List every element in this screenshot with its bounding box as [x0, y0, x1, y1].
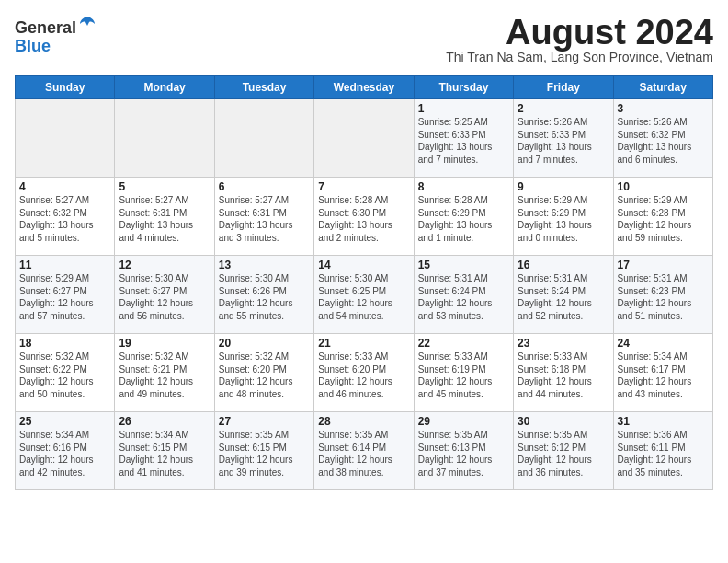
day-info: Sunrise: 5:27 AM Sunset: 6:31 PM Dayligh…	[119, 194, 210, 244]
day-info: Sunrise: 5:31 AM Sunset: 6:24 PM Dayligh…	[418, 272, 509, 322]
day-info: Sunrise: 5:34 AM Sunset: 6:17 PM Dayligh…	[618, 350, 709, 400]
day-info: Sunrise: 5:32 AM Sunset: 6:22 PM Dayligh…	[19, 350, 110, 400]
day-number: 22	[418, 337, 509, 350]
day-number: 5	[119, 180, 210, 193]
day-number: 31	[618, 415, 709, 428]
month-title: August 2024	[446, 15, 713, 50]
day-number: 13	[219, 259, 310, 271]
day-info: Sunrise: 5:26 AM Sunset: 6:32 PM Dayligh…	[618, 116, 709, 166]
calendar-cell: 30Sunrise: 5:35 AM Sunset: 6:12 PM Dayli…	[514, 412, 613, 490]
day-number: 19	[119, 337, 210, 350]
weekday-header-wednesday: Wednesday	[314, 76, 414, 99]
day-info: Sunrise: 5:26 AM Sunset: 6:33 PM Dayligh…	[518, 116, 609, 166]
calendar-cell: 28Sunrise: 5:35 AM Sunset: 6:14 PM Dayli…	[314, 412, 414, 490]
calendar-cell: 16Sunrise: 5:31 AM Sunset: 6:24 PM Dayli…	[514, 256, 613, 334]
weekday-header-monday: Monday	[115, 76, 214, 99]
day-number: 15	[418, 259, 509, 271]
calendar-cell: 29Sunrise: 5:35 AM Sunset: 6:13 PM Dayli…	[414, 412, 513, 490]
calendar-cell: 2Sunrise: 5:26 AM Sunset: 6:33 PM Daylig…	[514, 99, 613, 178]
day-number: 23	[518, 337, 609, 350]
calendar-cell: 27Sunrise: 5:35 AM Sunset: 6:15 PM Dayli…	[214, 412, 313, 490]
day-info: Sunrise: 5:25 AM Sunset: 6:33 PM Dayligh…	[418, 116, 509, 166]
location-subtitle: Thi Tran Na Sam, Lang Son Province, Viet…	[446, 50, 713, 64]
day-info: Sunrise: 5:31 AM Sunset: 6:23 PM Dayligh…	[618, 272, 709, 322]
day-number: 24	[618, 337, 709, 350]
day-number: 7	[318, 180, 409, 193]
day-number: 2	[518, 102, 609, 115]
page-header: General Blue August 2024 Thi Tran Na Sam…	[15, 15, 713, 72]
day-number: 30	[518, 415, 609, 428]
calendar-cell: 12Sunrise: 5:30 AM Sunset: 6:27 PM Dayli…	[115, 256, 214, 334]
day-info: Sunrise: 5:35 AM Sunset: 6:12 PM Dayligh…	[518, 429, 609, 478]
logo: General Blue	[15, 15, 97, 56]
day-number: 6	[219, 180, 310, 193]
day-number: 12	[119, 259, 210, 271]
day-info: Sunrise: 5:30 AM Sunset: 6:26 PM Dayligh…	[219, 272, 310, 322]
day-info: Sunrise: 5:30 AM Sunset: 6:25 PM Dayligh…	[318, 272, 409, 322]
calendar-cell: 8Sunrise: 5:28 AM Sunset: 6:29 PM Daylig…	[414, 178, 513, 256]
day-number: 9	[518, 180, 609, 193]
day-info: Sunrise: 5:35 AM Sunset: 6:15 PM Dayligh…	[219, 429, 310, 478]
calendar-cell: 9Sunrise: 5:29 AM Sunset: 6:29 PM Daylig…	[514, 178, 613, 256]
day-info: Sunrise: 5:27 AM Sunset: 6:31 PM Dayligh…	[219, 194, 310, 244]
day-info: Sunrise: 5:33 AM Sunset: 6:20 PM Dayligh…	[318, 350, 409, 400]
weekday-header-friday: Friday	[514, 76, 613, 99]
day-info: Sunrise: 5:29 AM Sunset: 6:29 PM Dayligh…	[518, 194, 609, 244]
title-area: August 2024 Thi Tran Na Sam, Lang Son Pr…	[446, 15, 713, 72]
calendar-cell: 23Sunrise: 5:33 AM Sunset: 6:18 PM Dayli…	[514, 334, 613, 412]
logo-general: General	[15, 18, 76, 37]
day-number: 11	[19, 259, 110, 271]
calendar-cell: 26Sunrise: 5:34 AM Sunset: 6:15 PM Dayli…	[115, 412, 214, 490]
day-number: 28	[318, 415, 409, 428]
day-number: 17	[618, 259, 709, 271]
day-number: 4	[19, 180, 110, 193]
calendar-cell: 6Sunrise: 5:27 AM Sunset: 6:31 PM Daylig…	[214, 178, 313, 256]
day-number: 26	[119, 415, 210, 428]
day-number: 18	[19, 337, 110, 350]
calendar-cell: 1Sunrise: 5:25 AM Sunset: 6:33 PM Daylig…	[414, 99, 513, 178]
day-info: Sunrise: 5:28 AM Sunset: 6:29 PM Dayligh…	[418, 194, 509, 244]
day-info: Sunrise: 5:30 AM Sunset: 6:27 PM Dayligh…	[119, 272, 210, 322]
day-info: Sunrise: 5:34 AM Sunset: 6:16 PM Dayligh…	[19, 429, 110, 478]
calendar-cell	[16, 99, 115, 178]
day-info: Sunrise: 5:31 AM Sunset: 6:24 PM Dayligh…	[518, 272, 609, 322]
calendar-cell: 3Sunrise: 5:26 AM Sunset: 6:32 PM Daylig…	[613, 99, 712, 178]
calendar-cell: 21Sunrise: 5:33 AM Sunset: 6:20 PM Dayli…	[314, 334, 414, 412]
day-info: Sunrise: 5:36 AM Sunset: 6:11 PM Dayligh…	[618, 429, 709, 478]
calendar-cell: 17Sunrise: 5:31 AM Sunset: 6:23 PM Dayli…	[613, 256, 712, 334]
calendar-cell: 10Sunrise: 5:29 AM Sunset: 6:28 PM Dayli…	[613, 178, 712, 256]
weekday-header-saturday: Saturday	[613, 76, 712, 99]
day-number: 20	[219, 337, 310, 350]
logo-blue: Blue	[15, 37, 51, 55]
day-number: 10	[618, 180, 709, 193]
calendar-cell: 7Sunrise: 5:28 AM Sunset: 6:30 PM Daylig…	[314, 178, 414, 256]
day-number: 16	[518, 259, 609, 271]
day-info: Sunrise: 5:29 AM Sunset: 6:28 PM Dayligh…	[618, 194, 709, 244]
day-number: 27	[219, 415, 310, 428]
day-info: Sunrise: 5:29 AM Sunset: 6:27 PM Dayligh…	[19, 272, 110, 322]
day-number: 8	[418, 180, 509, 193]
day-info: Sunrise: 5:35 AM Sunset: 6:13 PM Dayligh…	[418, 429, 509, 478]
day-info: Sunrise: 5:34 AM Sunset: 6:15 PM Dayligh…	[119, 429, 210, 478]
calendar-cell: 11Sunrise: 5:29 AM Sunset: 6:27 PM Dayli…	[16, 256, 115, 334]
day-info: Sunrise: 5:32 AM Sunset: 6:21 PM Dayligh…	[119, 350, 210, 400]
day-info: Sunrise: 5:33 AM Sunset: 6:19 PM Dayligh…	[418, 350, 509, 400]
calendar-cell: 5Sunrise: 5:27 AM Sunset: 6:31 PM Daylig…	[115, 178, 214, 256]
logo-bird-icon	[78, 15, 97, 33]
day-number: 3	[618, 102, 709, 115]
calendar-cell: 4Sunrise: 5:27 AM Sunset: 6:32 PM Daylig…	[16, 178, 115, 256]
calendar-cell: 31Sunrise: 5:36 AM Sunset: 6:11 PM Dayli…	[613, 412, 712, 490]
day-info: Sunrise: 5:33 AM Sunset: 6:18 PM Dayligh…	[518, 350, 609, 400]
calendar-cell	[115, 99, 214, 178]
calendar-cell: 20Sunrise: 5:32 AM Sunset: 6:20 PM Dayli…	[214, 334, 313, 412]
calendar-cell: 19Sunrise: 5:32 AM Sunset: 6:21 PM Dayli…	[115, 334, 214, 412]
calendar-cell: 14Sunrise: 5:30 AM Sunset: 6:25 PM Dayli…	[314, 256, 414, 334]
calendar-cell: 22Sunrise: 5:33 AM Sunset: 6:19 PM Dayli…	[414, 334, 513, 412]
calendar-cell: 13Sunrise: 5:30 AM Sunset: 6:26 PM Dayli…	[214, 256, 313, 334]
day-number: 29	[418, 415, 509, 428]
calendar-cell: 25Sunrise: 5:34 AM Sunset: 6:16 PM Dayli…	[16, 412, 115, 490]
day-info: Sunrise: 5:27 AM Sunset: 6:32 PM Dayligh…	[19, 194, 110, 244]
day-info: Sunrise: 5:28 AM Sunset: 6:30 PM Dayligh…	[318, 194, 409, 244]
day-number: 25	[19, 415, 110, 428]
day-info: Sunrise: 5:32 AM Sunset: 6:20 PM Dayligh…	[219, 350, 310, 400]
